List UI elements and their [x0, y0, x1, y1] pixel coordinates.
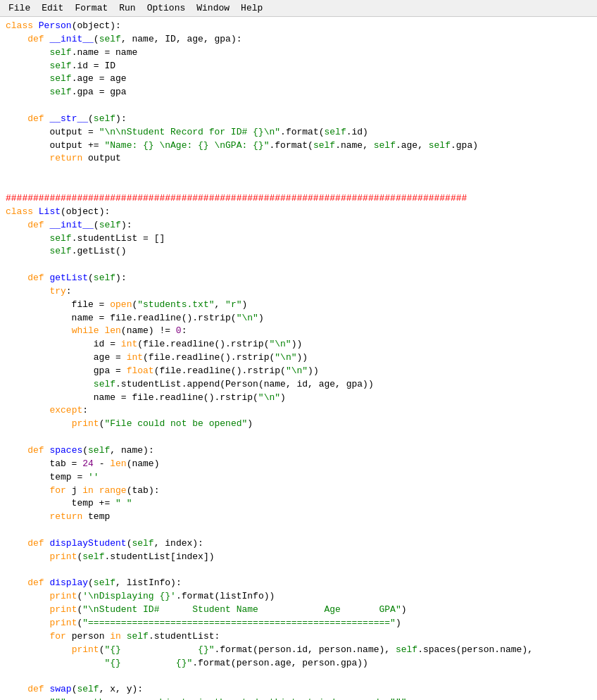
code-line: temp = '' [6, 471, 591, 485]
code-line [6, 670, 591, 683]
code-line: self.age = age [6, 73, 591, 86]
code-line: file = open("students.txt", "r") [6, 299, 591, 312]
code-line: age = int(file.readline().rstrip("\n")) [6, 351, 591, 365]
menu-run[interactable]: Run [113, 1, 141, 15]
code-line [6, 99, 591, 113]
code-line: for person in self.studentList: [6, 630, 591, 644]
code-line: for j in range(tab): [6, 485, 591, 498]
code-line: class List(object): [6, 206, 591, 219]
code-line: gpa = float(file.readline().rstrip("\n")… [6, 365, 591, 378]
code-line: print("{} {}".format(person.id, person.n… [6, 644, 591, 657]
code-line: """swap the person objects in the studen… [6, 696, 591, 700]
code-line [6, 165, 591, 179]
code-line: "{} {}".format(person.age, person.gpa)) [6, 657, 591, 670]
menu-help[interactable]: Help [235, 1, 268, 15]
code-line: def swap(self, x, y): [6, 683, 591, 696]
code-line: self.name = name [6, 46, 591, 60]
code-line: class Person(object): [6, 20, 591, 33]
code-line [6, 524, 591, 537]
code-line: self.studentList.append(Person(name, id,… [6, 378, 591, 392]
menu-options[interactable]: Options [142, 1, 191, 15]
menu-window[interactable]: Window [191, 1, 235, 15]
code-line [6, 258, 591, 272]
menu-format[interactable]: Format [69, 1, 113, 15]
code-line: print("=================================… [6, 617, 591, 630]
code-line: self.studentList = [] [6, 232, 591, 246]
code-line [6, 431, 591, 444]
code-line: ########################################… [6, 192, 591, 206]
code-line: def __init__(self): [6, 219, 591, 232]
code-line: return output [6, 152, 591, 165]
code-line: return temp [6, 511, 591, 524]
code-line: print('\nDisplaying {}'.format(listInfo)… [6, 590, 591, 604]
code-line: def getList(self): [6, 272, 591, 285]
code-line [6, 179, 591, 192]
code-line: print("File could not be opened") [6, 418, 591, 431]
code-line: print(self.studentList[index]) [6, 551, 591, 564]
code-line: def __str__(self): [6, 113, 591, 126]
code-line: try: [6, 285, 591, 299]
code-line: def __init__(self, name, ID, age, gpa): [6, 33, 591, 46]
code-line [6, 564, 591, 577]
menu-edit[interactable]: Edit [36, 1, 69, 15]
menu-file[interactable]: File [3, 1, 36, 15]
code-line: name = file.readline().rstrip("\n") [6, 392, 591, 405]
code-line: self.gpa = gpa [6, 86, 591, 99]
code-line: id = int(file.readline().rstrip("\n")) [6, 338, 591, 351]
code-editor[interactable]: class Person(object): def __init__(self,… [0, 17, 597, 700]
code-line: name = file.readline().rstrip("\n") [6, 312, 591, 325]
code-line: except: [6, 404, 591, 418]
code-line: def display(self, listInfo): [6, 577, 591, 590]
code-line: print("\nStudent ID# Student Name Age GP… [6, 604, 591, 617]
code-line: self.getList() [6, 245, 591, 258]
code-line: temp += " " [6, 497, 591, 511]
code-line: while len(name) != 0: [6, 325, 591, 338]
code-line: self.id = ID [6, 60, 591, 73]
code-line: output = "\n\nStudent Record for ID# {}\… [6, 126, 591, 139]
code-line: tab = 24 - len(name) [6, 458, 591, 471]
code-line: def spaces(self, name): [6, 444, 591, 458]
menu-bar: File Edit Format Run Options Window Help [0, 0, 597, 17]
code-line: output += "Name: {} \nAge: {} \nGPA: {}"… [6, 139, 591, 153]
code-line: def displayStudent(self, index): [6, 537, 591, 551]
